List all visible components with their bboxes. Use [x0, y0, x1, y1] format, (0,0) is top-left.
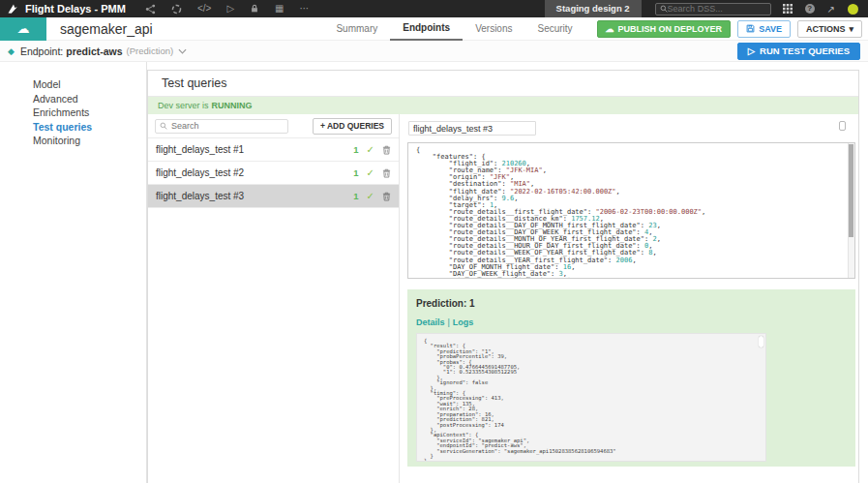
query-search-input[interactable]: [171, 121, 284, 131]
user-avatar[interactable]: [848, 4, 858, 15]
sidebar-item-monitoring[interactable]: Monitoring: [0, 134, 146, 147]
trash-icon[interactable]: [382, 168, 391, 178]
query-count-badge: 1: [353, 167, 358, 178]
global-search[interactable]: [655, 3, 771, 15]
query-search[interactable]: [155, 119, 288, 134]
prediction-value: 1: [469, 298, 475, 309]
query-row[interactable]: flight_delays_test #2 1 ✓: [148, 162, 399, 185]
request-code-editor[interactable]: { "features": { "flight_id": 210260, "ro…: [407, 142, 855, 279]
flow-icon[interactable]: [145, 4, 156, 15]
dss-window: Flight Delays - PMM </> ▷ ▦ ⋯ Staging de…: [0, 0, 868, 483]
tab-summary[interactable]: Summary: [323, 17, 390, 41]
run-play-icon: ▷: [748, 45, 755, 56]
chevron-down-icon[interactable]: [178, 48, 187, 54]
check-icon: ✓: [367, 167, 374, 178]
query-row-selected[interactable]: flight_delays_test #3 1 ✓: [148, 185, 399, 208]
result-code-block: { "result": { "prediction": "1", "probaP…: [416, 333, 766, 462]
service-header: ☁ sagemaker_api Summary Endpoints Versio…: [0, 17, 868, 41]
sidebar-item-test-queries[interactable]: Test queries: [0, 120, 146, 134]
apps-grid-icon[interactable]: [783, 4, 793, 14]
sidebar-item-model[interactable]: Model: [0, 77, 146, 91]
check-icon: ✓: [367, 144, 374, 155]
query-detail-panel: { "features": { "flight_id": 210260, "ro…: [400, 114, 858, 483]
query-row[interactable]: flight_delays_test #1 1 ✓: [148, 138, 399, 162]
search-icon: [160, 122, 167, 130]
more-menu-icon[interactable]: ⋯: [300, 0, 310, 17]
sidebar-item-advanced[interactable]: Advanced: [0, 92, 146, 106]
project-title[interactable]: Flight Delays - PMM: [25, 3, 126, 15]
add-queries-button[interactable]: + ADD QUERIES: [313, 118, 392, 135]
global-search-input[interactable]: [668, 4, 766, 14]
endpoint-label: Endpoint: predict-aws: [20, 45, 123, 57]
dataiku-logo-icon[interactable]: [0, 0, 25, 17]
service-name[interactable]: sagemaker_api: [60, 21, 153, 37]
save-button[interactable]: SAVE: [737, 20, 791, 38]
check-icon: ✓: [367, 191, 374, 201]
query-name: flight_delays_test #3: [156, 191, 244, 201]
api-service-tile[interactable]: ☁: [0, 17, 46, 41]
dev-server-banner: Dev server is RUNNING: [148, 97, 858, 114]
tab-versions[interactable]: Versions: [463, 17, 524, 41]
copy-icon[interactable]: [839, 121, 846, 131]
logs-link[interactable]: Logs: [453, 317, 474, 327]
search-icon: [660, 5, 668, 13]
actions-button[interactable]: ACTIONS ▾: [797, 20, 862, 38]
query-name: flight_delays_test #2: [156, 167, 244, 178]
cloud-icon: ☁: [606, 24, 614, 34]
scrollbar-thumb[interactable]: [849, 144, 853, 237]
help-icon[interactable]: ?: [805, 4, 815, 14]
editor-scrollbar[interactable]: [848, 143, 854, 278]
run-scenarios-icon[interactable]: ▷: [226, 0, 234, 17]
dev-server-status: RUNNING: [212, 101, 253, 110]
top-navigation-bar: Flight Delays - PMM </> ▷ ▦ ⋯ Staging de…: [0, 0, 868, 17]
caret-down-icon: ▾: [849, 24, 853, 34]
result-scrollbar-thumb[interactable]: [759, 336, 763, 347]
save-icon: [746, 24, 755, 33]
request-json[interactable]: { "features": { "flight_id": 210260, "ro…: [408, 143, 854, 279]
tab-security[interactable]: Security: [524, 17, 584, 41]
endpoint-sidebar: Model Advanced Enrichments Test queries …: [0, 62, 147, 483]
query-name: flight_delays_test #1: [156, 144, 244, 155]
result-json: { "result": { "prediction": "1", "probaP…: [417, 334, 765, 462]
tab-endpoints[interactable]: Endpoints: [390, 17, 463, 41]
lab-lock-icon[interactable]: [250, 4, 259, 14]
endpoint-kind: (Prediction): [127, 45, 174, 56]
query-count-badge: 1: [353, 144, 358, 155]
trash-icon[interactable]: [382, 192, 391, 201]
publish-on-deployer-button[interactable]: ☁ PUBLISH ON DEPLOYER: [597, 20, 732, 38]
service-tabs: Summary Endpoints Versions Security: [323, 17, 584, 41]
jobs-icon[interactable]: [171, 4, 182, 15]
endpoint-diamond-icon: ◆: [8, 46, 15, 56]
test-queries-card: Test queries Dev server is RUNNING + ADD…: [147, 70, 859, 483]
endpoint-bar: ◆ Endpoint: predict-aws (Prediction) ▷ R…: [0, 41, 868, 62]
details-link[interactable]: Details: [416, 317, 445, 327]
query-count-badge: 1: [353, 191, 358, 201]
external-link-icon[interactable]: ↗: [827, 4, 835, 15]
instance-badge[interactable]: Staging design 2: [545, 0, 642, 17]
query-list-panel: + ADD QUERIES flight_delays_test #1 1 ✓ …: [148, 114, 400, 483]
cloud-icon: ☁: [17, 21, 30, 36]
prediction-label: Prediction:: [416, 298, 466, 309]
notebooks-code-icon[interactable]: </>: [197, 0, 211, 17]
dashboards-icon[interactable]: ▦: [275, 0, 284, 17]
query-name-input[interactable]: [408, 121, 536, 136]
sidebar-item-enrichments[interactable]: Enrichments: [0, 106, 146, 119]
run-test-queries-button[interactable]: ▷ RUN TEST QUERIES: [737, 43, 860, 60]
card-title: Test queries: [148, 71, 858, 97]
prediction-panel: Prediction: 1 Details|Logs { "result": {…: [407, 289, 855, 467]
trash-icon[interactable]: [382, 145, 391, 155]
endpoint-name[interactable]: predict-aws: [66, 45, 122, 57]
